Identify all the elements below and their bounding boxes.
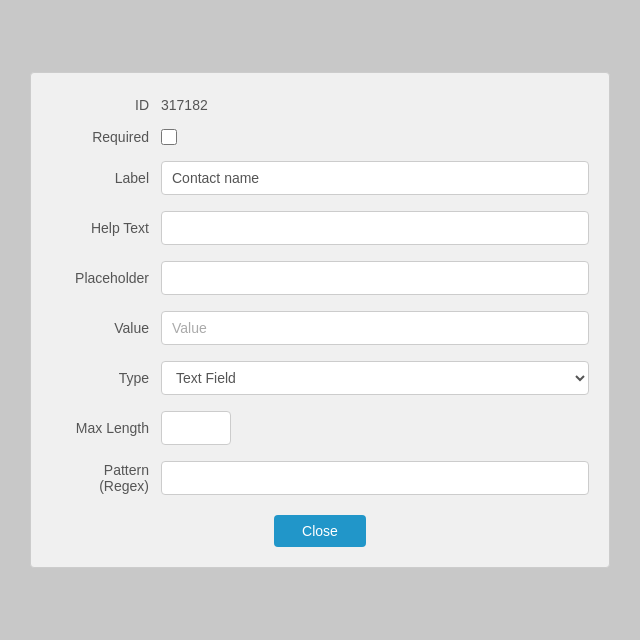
placeholder-input[interactable] — [161, 261, 589, 295]
max-length-label: Max Length — [51, 420, 161, 436]
label-row: Label — [51, 161, 589, 195]
help-text-label: Help Text — [51, 220, 161, 236]
id-row: ID 317182 — [51, 97, 589, 113]
field-properties-dialog: ID 317182 Required Label Help Text Place… — [30, 72, 610, 568]
help-text-input[interactable] — [161, 211, 589, 245]
required-row: Required — [51, 129, 589, 145]
label-field-label: Label — [51, 170, 161, 186]
pattern-input[interactable] — [161, 461, 589, 495]
close-button[interactable]: Close — [274, 515, 366, 547]
required-checkbox[interactable] — [161, 129, 177, 145]
dialog-footer: Close — [51, 515, 589, 547]
value-label: Value — [51, 320, 161, 336]
type-row: Type Text Field Text Area Number Email D… — [51, 361, 589, 395]
value-row: Value — [51, 311, 589, 345]
required-label: Required — [51, 129, 161, 145]
placeholder-label: Placeholder — [51, 270, 161, 286]
pattern-label: Pattern (Regex) — [51, 462, 161, 494]
label-input[interactable] — [161, 161, 589, 195]
help-text-row: Help Text — [51, 211, 589, 245]
placeholder-row: Placeholder — [51, 261, 589, 295]
pattern-row: Pattern (Regex) — [51, 461, 589, 495]
id-label: ID — [51, 97, 161, 113]
type-select[interactable]: Text Field Text Area Number Email Date C… — [161, 361, 589, 395]
max-length-input[interactable] — [161, 411, 231, 445]
max-length-row: Max Length — [51, 411, 589, 445]
id-value: 317182 — [161, 97, 208, 113]
type-label: Type — [51, 370, 161, 386]
value-input[interactable] — [161, 311, 589, 345]
